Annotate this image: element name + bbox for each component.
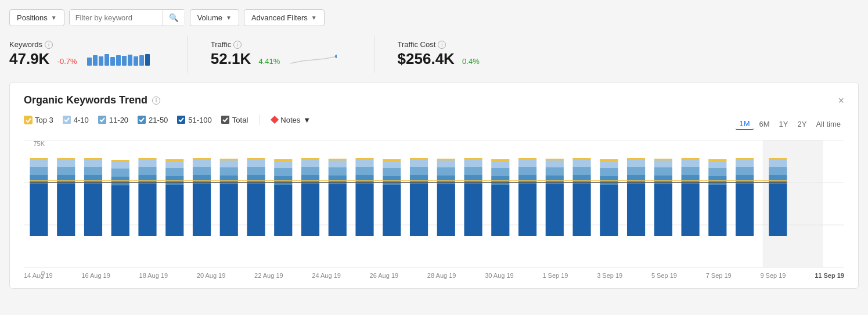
svg-rect-144	[736, 160, 754, 167]
traffic-label: Traffic i	[211, 40, 337, 49]
svg-rect-90	[437, 159, 455, 160]
svg-rect-81	[410, 184, 428, 236]
legend-total[interactable]: Total	[221, 116, 248, 124]
svg-rect-151	[769, 158, 787, 160]
traffic-cost-value: $256.4K 0.4%	[398, 50, 480, 68]
svg-rect-111	[572, 184, 590, 236]
svg-rect-23	[84, 167, 102, 175]
legend-top3[interactable]: Top 3	[24, 116, 53, 124]
svg-rect-129	[654, 160, 672, 167]
svg-rect-130	[654, 159, 672, 160]
svg-rect-78	[383, 168, 401, 176]
svg-rect-89	[437, 160, 455, 167]
traffic-value: 52.1K 4.41%	[211, 50, 337, 68]
svg-rect-21	[84, 184, 102, 236]
time-1m-button[interactable]: 1M	[736, 118, 753, 130]
chart-info-icon[interactable]: i	[152, 96, 160, 105]
svg-rect-31	[138, 184, 156, 236]
svg-rect-133	[681, 167, 699, 175]
svg-rect-138	[708, 168, 726, 176]
keywords-info-icon[interactable]: i	[45, 41, 53, 49]
svg-rect-71	[355, 184, 373, 236]
volume-label: Volume	[197, 13, 222, 22]
svg-rect-68	[329, 167, 347, 176]
svg-rect-61	[301, 184, 319, 236]
svg-rect-70	[329, 159, 347, 160]
svg-rect-20	[57, 158, 75, 160]
svg-rect-60	[274, 159, 292, 161]
volume-dropdown[interactable]: Volume ▼	[190, 9, 239, 26]
svg-rect-14	[30, 160, 48, 167]
svg-rect-109	[546, 160, 564, 167]
svg-rect-119	[600, 161, 618, 168]
mini-bar	[128, 55, 132, 66]
svg-rect-45	[193, 158, 211, 160]
toolbar: Positions ▼ 🔍 Volume ▼ Advanced Filters …	[9, 9, 859, 26]
keyword-search-input[interactable]	[70, 10, 163, 26]
svg-rect-24	[84, 160, 102, 167]
time-2y-button[interactable]: 2Y	[794, 119, 810, 130]
svg-rect-126	[654, 184, 672, 236]
svg-rect-147	[769, 184, 787, 236]
svg-rect-49	[220, 160, 238, 167]
svg-rect-25	[84, 158, 102, 160]
traffic-info-icon[interactable]: i	[233, 41, 242, 49]
time-6m-button[interactable]: 6M	[756, 119, 773, 130]
mini-bar	[110, 57, 115, 66]
svg-rect-13	[30, 167, 48, 175]
notes-diamond-icon	[271, 116, 279, 124]
svg-rect-120	[600, 159, 618, 161]
svg-rect-1	[24, 116, 33, 124]
svg-rect-98	[491, 168, 509, 176]
chart-close-button[interactable]: ×	[838, 95, 844, 106]
legend-51-100[interactable]: 51-100	[177, 116, 211, 124]
mini-bar	[105, 54, 109, 66]
notes-label: Notes	[280, 116, 300, 124]
legend-top3-checkbox	[24, 116, 32, 124]
mini-bar	[139, 55, 144, 66]
svg-rect-69	[329, 160, 347, 167]
svg-rect-104	[518, 160, 536, 167]
volume-arrow-icon: ▼	[226, 15, 232, 21]
svg-rect-141	[736, 184, 754, 236]
svg-rect-41	[193, 184, 211, 236]
time-1y-button[interactable]: 1Y	[776, 119, 792, 130]
svg-rect-93	[464, 167, 482, 175]
chart-body: 75K 50K 25K 0	[24, 140, 844, 279]
svg-rect-3	[98, 116, 106, 124]
svg-rect-113	[572, 167, 590, 175]
svg-rect-96	[491, 185, 509, 236]
keywords-label: Keywords i	[9, 40, 150, 49]
search-button[interactable]: 🔍	[163, 10, 185, 26]
svg-rect-50	[220, 159, 238, 160]
svg-rect-103	[518, 167, 536, 175]
svg-rect-48	[220, 167, 238, 176]
mini-bar	[145, 54, 150, 66]
legend-11-20[interactable]: 11-20	[98, 116, 128, 124]
advanced-filters-dropdown[interactable]: Advanced Filters ▼	[244, 9, 325, 26]
svg-rect-4	[138, 116, 146, 124]
legend-4-10[interactable]: 4-10	[63, 116, 89, 124]
svg-rect-139	[708, 161, 726, 168]
svg-rect-80	[383, 159, 401, 161]
svg-rect-95	[464, 158, 482, 160]
svg-rect-105	[518, 158, 536, 160]
traffic-cost-info-icon[interactable]: i	[438, 41, 446, 49]
svg-rect-30	[111, 160, 129, 162]
svg-rect-140	[708, 159, 726, 161]
keywords-mini-bars	[87, 54, 150, 66]
svg-rect-5	[177, 116, 185, 124]
svg-rect-135	[681, 158, 699, 160]
svg-rect-118	[600, 168, 618, 176]
mini-bar	[87, 58, 92, 66]
chart-card: Organic Keywords Trend i × Top 3 4-10	[9, 82, 859, 289]
svg-rect-35	[138, 158, 156, 160]
svg-rect-29	[111, 162, 129, 169]
positions-dropdown[interactable]: Positions ▼	[9, 9, 64, 26]
svg-rect-125	[627, 158, 645, 160]
svg-rect-150	[769, 160, 787, 167]
notes-button[interactable]: Notes ▼	[272, 116, 311, 124]
legend-21-50[interactable]: 21-50	[138, 116, 168, 124]
svg-rect-51	[247, 184, 265, 236]
time-alltime-button[interactable]: All time	[812, 119, 844, 130]
